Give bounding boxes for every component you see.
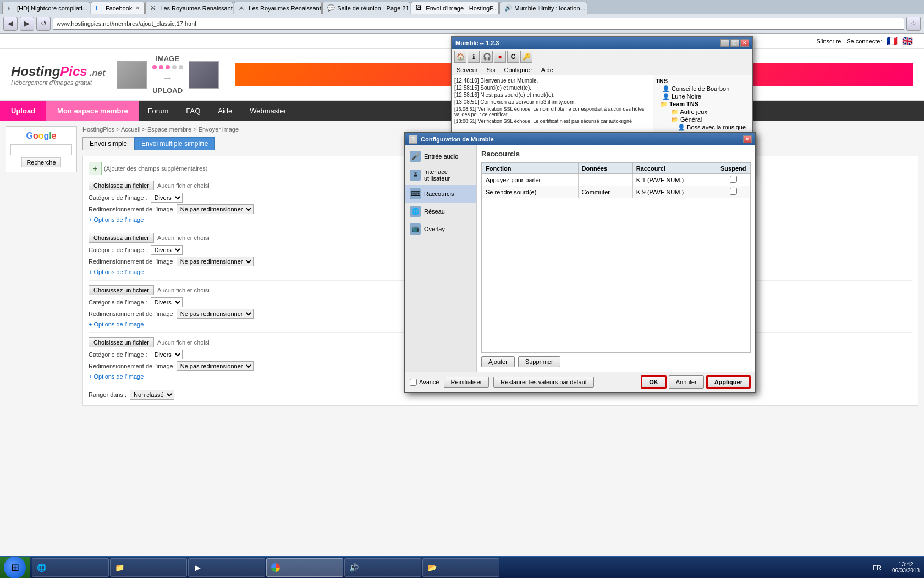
taskbar-media[interactable]: ▶: [188, 558, 265, 577]
start-button[interactable]: ⊞: [0, 557, 30, 579]
tree-item-lune[interactable]: 👤 Lune Noire: [656, 93, 750, 100]
row1-suspend-check[interactable]: [730, 176, 737, 183]
tree-group-team-label[interactable]: 📁 Team TNS: [660, 101, 750, 108]
config-nav-overlay[interactable]: 📺 Overlay: [405, 220, 476, 238]
apply-button[interactable]: Appliquer: [706, 375, 751, 389]
mumble-close-button[interactable]: ✕: [740, 39, 749, 47]
taskbar-ie[interactable]: 🌐: [32, 558, 109, 577]
tab-bar: ♪ [HD] Nightcore compilati... ✕ f Facebo…: [0, 0, 924, 14]
table-row-2[interactable]: Se rendre sourd(e) Commuter K-9 (PAVE NU…: [482, 186, 750, 198]
taskbar-mumble[interactable]: 🔊: [344, 558, 421, 577]
nav-webmaster[interactable]: Webmaster: [241, 101, 295, 121]
bookmark-button[interactable]: ☆: [906, 17, 921, 31]
chat-line-5: [13:08:51] Vérification SSL échoué: Le n…: [454, 106, 651, 117]
tab-reunion[interactable]: 💬 Salle de réunion - Page 21 ✕: [322, 2, 410, 14]
options-toggle-1[interactable]: Options de l'image: [89, 216, 144, 223]
mumble-menu-serveur[interactable]: Serveur: [452, 64, 482, 75]
ok-button[interactable]: OK: [641, 375, 667, 389]
nav-aide[interactable]: Aide: [209, 101, 241, 121]
mumble-menu-soi[interactable]: Soi: [482, 64, 500, 75]
config-close-button[interactable]: ✕: [743, 135, 752, 143]
category-label-4: Catégorie de l'image :: [89, 351, 147, 358]
category-select-1[interactable]: Divers: [151, 193, 183, 203]
tab-close-facebook[interactable]: ✕: [135, 5, 140, 11]
tab-facebook[interactable]: f Facebook ✕: [91, 2, 145, 14]
mumble-tool-cert[interactable]: 🔑: [520, 51, 532, 63]
choose-file-btn-2[interactable]: Choisissez un fichier: [89, 233, 154, 243]
resize-select-2[interactable]: Ne pas redimensionner: [177, 257, 254, 266]
options-toggle-2[interactable]: Options de l'image: [89, 269, 144, 275]
resize-select-3[interactable]: Ne pas redimensionner: [177, 309, 254, 319]
add-field-icon[interactable]: +: [89, 162, 102, 175]
avance-checkbox[interactable]: [410, 379, 417, 386]
reseau-icon: 🌐: [410, 206, 421, 217]
table-row-1[interactable]: Appuyez-pour-parler K-1 (PAVE NUM.): [482, 174, 750, 186]
tab-royaumes2[interactable]: ⚔ Les Royaumes Renaissant... ✕: [234, 2, 322, 14]
taskbar-folder[interactable]: 📂: [422, 558, 499, 577]
resize-select-1[interactable]: Ne pas redimensionner: [177, 204, 254, 214]
tree-item-bourbon[interactable]: 👤 Conseille de Bourbon: [656, 85, 750, 92]
tab-envoi-simple[interactable]: Envoi simple: [82, 137, 134, 150]
restore-defaults-button[interactable]: Restaurer les valeurs par défaut: [493, 377, 594, 388]
tab-envoi-multiple[interactable]: Envoi multiple simplifié: [134, 137, 215, 150]
add-field-link[interactable]: (Ajouter des champs supplémentaires): [104, 165, 207, 172]
choose-file-btn-1[interactable]: Choisissez un fichier: [89, 181, 154, 190]
ie-icon: 🌐: [37, 563, 46, 572]
flag-en[interactable]: 🇬🇧: [902, 36, 913, 46]
refresh-button[interactable]: ↺: [36, 17, 51, 31]
resize-select-4[interactable]: Ne pas redimensionner: [177, 361, 254, 371]
options-toggle-3[interactable]: Options de l'image: [89, 321, 144, 328]
cancel-button[interactable]: Annuler: [669, 375, 704, 389]
tree-item-general[interactable]: 📂 Général: [660, 116, 750, 123]
row2-suspend[interactable]: [717, 186, 750, 198]
google-search-input[interactable]: [10, 144, 72, 155]
choose-file-btn-4[interactable]: Choisissez un fichier: [89, 337, 154, 347]
config-title: Configuration de Mumble: [421, 136, 494, 143]
mumble-tool-info[interactable]: ℹ: [468, 51, 480, 63]
mumble-tool-audio[interactable]: 🎧: [481, 51, 493, 63]
delete-shortcut-button[interactable]: Supprimer: [518, 356, 560, 367]
tab-mumble[interactable]: 🔊 Mumble illimity : location... ✕: [499, 2, 587, 14]
mumble-tool-record[interactable]: ●: [494, 51, 506, 63]
ranger-select[interactable]: Non classé: [130, 390, 174, 400]
address-bar[interactable]: www.hostingpics.net/membres/ajout_classi…: [53, 18, 904, 30]
google-search-button[interactable]: Recherche: [21, 157, 61, 167]
options-toggle-4[interactable]: Options de l'image: [89, 373, 144, 380]
tree-item-autrejeux[interactable]: 📁 Autre jeux: [660, 108, 750, 116]
nav-espace-button[interactable]: Mon espace membre: [46, 101, 139, 121]
tab-royaumes1[interactable]: ⚔ Les Royaumes Renaissant... ✕: [145, 2, 233, 14]
row2-suspend-check[interactable]: [730, 188, 737, 195]
config-nav-interface[interactable]: 🖥 Interface utilisateur: [405, 165, 476, 185]
config-nav-entree-audio[interactable]: 🎤 Entrée audio: [405, 148, 476, 165]
mumble-menu-configurer[interactable]: Configurer: [499, 64, 536, 75]
nav-forum[interactable]: Forum: [139, 101, 178, 121]
mumble-minimize-button[interactable]: ─: [721, 39, 729, 47]
entree-audio-icon: 🎤: [410, 151, 421, 162]
avance-checkbox-row: Avancé: [410, 379, 439, 386]
forward-button[interactable]: ▶: [20, 17, 34, 31]
category-select-3[interactable]: Divers: [151, 297, 183, 307]
mumble-tool-home[interactable]: 🏠: [454, 51, 466, 63]
nav-faq[interactable]: FAQ: [177, 101, 209, 121]
category-select-4[interactable]: Divers: [151, 350, 183, 359]
taskbar-explorer[interactable]: 📁: [110, 558, 187, 577]
mumble-menu-aide[interactable]: Aide: [537, 64, 558, 75]
mumble-maximize-button[interactable]: □: [730, 39, 739, 47]
taskbar-chrome[interactable]: [266, 558, 343, 577]
flag-fr[interactable]: 🇫🇷: [887, 36, 898, 46]
tab-icon-facebook: f: [96, 4, 103, 12]
nav-upload-button[interactable]: Upload: [0, 101, 46, 121]
tab-hostingpics[interactable]: 🖼 Envoi d'image - HostingP... ✕: [411, 2, 499, 14]
config-nav-raccourcis[interactable]: ⌨ Raccourcis: [405, 185, 476, 203]
mumble-tool-c[interactable]: C: [507, 51, 519, 63]
reinitialiser-button[interactable]: Réinitialiser: [444, 377, 490, 388]
add-shortcut-button[interactable]: Ajouter: [481, 356, 515, 367]
config-help-icon[interactable]: ?: [409, 135, 417, 144]
tab-nightcore[interactable]: ♪ [HD] Nightcore compilati... ✕: [2, 2, 90, 14]
back-button[interactable]: ◀: [3, 17, 18, 31]
category-select-2[interactable]: Divers: [151, 245, 183, 255]
tree-item-boss[interactable]: 👤 Boss avec la musique: [660, 124, 750, 131]
config-nav-reseau[interactable]: 🌐 Réseau: [405, 203, 476, 220]
row1-suspend[interactable]: [717, 174, 750, 186]
choose-file-btn-3[interactable]: Choisissez un fichier: [89, 285, 154, 295]
